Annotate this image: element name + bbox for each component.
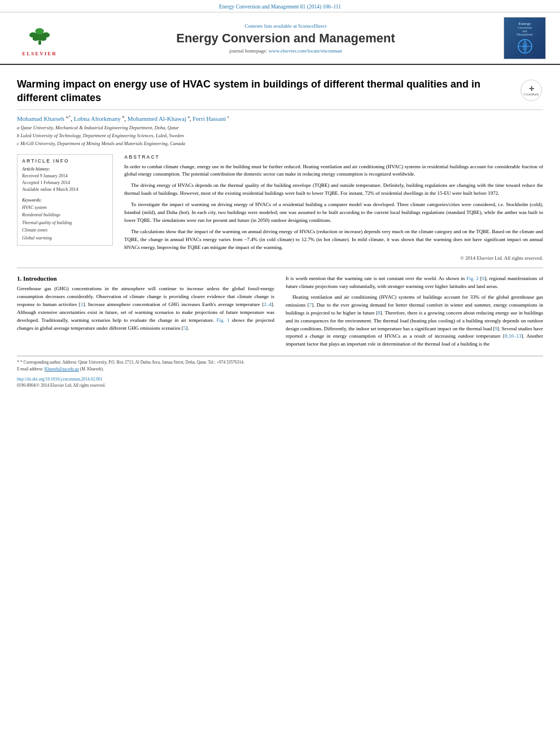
article-meta-columns: ARTICLE INFO Article history: Received 9… xyxy=(17,154,543,261)
email-line: E-mail address: Kharseh@qu.edu.qa (M. Kh… xyxy=(17,366,543,372)
ref-2-4-link[interactable]: 2–4 xyxy=(264,302,272,307)
article-info-box: ARTICLE INFO Article history: Received 9… xyxy=(17,154,113,246)
doi-footer: http://dx.doi.org/10.1016/j.enconman.201… xyxy=(17,376,543,382)
ref-8-10-13-link[interactable]: 8,10–13 xyxy=(505,333,521,339)
keyword-5: Global warming xyxy=(22,234,108,242)
journal-ref-link[interactable]: Energy Conversion and Management 81 (201… xyxy=(219,4,341,10)
received-date: Received 9 January 2014 xyxy=(22,173,108,180)
email-link[interactable]: Kharseh@qu.edu.qa xyxy=(45,366,79,372)
author-altorkmany[interactable]: Lobna Altorkmany xyxy=(74,115,121,121)
keyword-3: Thermal quality of building xyxy=(22,219,108,227)
svg-point-5 xyxy=(32,36,38,41)
elsevier-logo-area: ELSEVIER xyxy=(11,20,68,56)
introduction-section: 1. Introduction Greenhouse gas (GHG) con… xyxy=(17,275,543,351)
keywords-list: HVAC system Residential buildings Therma… xyxy=(22,204,108,242)
article-title-section: Warming impact on energy use of HVAC sys… xyxy=(17,71,543,110)
intro-title: Introduction xyxy=(23,275,57,282)
history-label: Article history: xyxy=(22,167,108,172)
intro-para-1: Greenhouse gas (GHG) concentrations in t… xyxy=(17,285,274,333)
accepted-date: Accepted 1 February 2014 xyxy=(22,180,108,186)
abstract-para-3: To investigate the impact of warming on … xyxy=(124,201,543,225)
section-divider xyxy=(17,268,543,268)
intro-right-text: It is worth mention that the warming rat… xyxy=(286,275,543,348)
affiliation-a: a Qatar University, Mechanical & Industr… xyxy=(17,124,543,132)
article-info-column: ARTICLE INFO Article history: Received 9… xyxy=(17,154,113,261)
svg-rect-0 xyxy=(38,40,41,45)
crossmark-area: ✛ CrossMark xyxy=(520,80,543,101)
abstract-para-2: The driving energy of HVACs depends on t… xyxy=(124,182,543,198)
ref-8-link[interactable]: 8 xyxy=(378,310,380,316)
ref-9-link[interactable]: 9 xyxy=(495,326,497,331)
journal-logo-right: Energy Conversion and Management xyxy=(504,17,549,59)
intro-left-text: Greenhouse gas (GHG) concentrations in t… xyxy=(17,285,274,333)
fig1-link[interactable]: Fig. 1 xyxy=(217,317,230,323)
intro-number: 1. xyxy=(17,275,21,282)
corresponding-author-text: * Corresponding author. Address: Qatar U… xyxy=(20,360,244,365)
copyright-line: © 2014 Elsevier Ltd. All rights reserved… xyxy=(124,255,543,261)
issn-info: 0196-8904/© 2014 Elsevier Ltd. All right… xyxy=(17,382,543,388)
doi-link[interactable]: http://dx.doi.org/10.1016/j.enconman.201… xyxy=(17,377,102,382)
affiliations: a Qatar University, Mechanical & Industr… xyxy=(17,124,543,147)
author-hassani[interactable]: Ferri Hassani xyxy=(193,115,226,121)
page-wrapper: Energy Conversion and Management 81 (201… xyxy=(0,0,560,400)
crossmark-text: CrossMark xyxy=(524,93,539,96)
intro-para-3: Heating ventilation and air conditioning… xyxy=(286,294,543,349)
journal-logo-image: Energy Conversion and Management xyxy=(504,17,546,59)
keyword-1: HVAC system xyxy=(22,204,108,212)
keyword-4: Climate zones xyxy=(22,226,108,234)
available-date: Available online 4 March 2014 xyxy=(22,186,108,193)
ref-5-link[interactable]: 5 xyxy=(183,325,186,331)
contents-link: Contents lists available at ScienceDirec… xyxy=(68,23,504,29)
affiliation-c: c McGill University, Department of Minin… xyxy=(17,140,543,147)
svg-point-4 xyxy=(35,28,43,34)
email-label: E-mail address: xyxy=(17,366,43,372)
elsevier-wordmark: ELSEVIER xyxy=(22,51,57,56)
abstract-section: ABSTRACT In order to combat climate chan… xyxy=(124,154,543,261)
journal-homepage: journal homepage: www.elsevier.com/locat… xyxy=(68,48,504,54)
ref-6-link[interactable]: 6 xyxy=(482,276,485,281)
affiliation-b: b Luleå University of Technology, Depart… xyxy=(17,132,543,139)
journal-logo-icon xyxy=(514,38,536,55)
author-alkhawaj[interactable]: Mohammed Al-Khawaj xyxy=(128,115,186,121)
keywords-label: Keywords: xyxy=(22,198,108,203)
intro-para-2: It is worth mention that the warming rat… xyxy=(286,275,543,291)
authors-line: Mohamad Kharseh a,*, Lobna Altorkmany b,… xyxy=(17,115,543,122)
author-kharseh[interactable]: Mohamad Kharseh xyxy=(17,115,64,121)
homepage-link[interactable]: www.elsevier.com/locate/enconman xyxy=(269,48,342,54)
sciencedirect-link[interactable]: ScienceDirect xyxy=(298,23,326,29)
footnote-section: * * Corresponding author. Address: Qatar… xyxy=(17,356,543,388)
banner-center: Contents lists available at ScienceDirec… xyxy=(68,23,504,54)
elsevier-tree-icon xyxy=(24,24,55,46)
article-info-heading: ARTICLE INFO xyxy=(22,158,108,164)
email-person: (M. Kharseh). xyxy=(80,366,104,372)
fig2-link[interactable]: Fig. 2 xyxy=(466,276,479,281)
crossmark-badge[interactable]: ✛ CrossMark xyxy=(520,80,542,101)
abstract-heading: ABSTRACT xyxy=(124,154,543,160)
journal-title: Energy Conversion and Management xyxy=(68,31,504,46)
elsevier-logo xyxy=(14,20,65,51)
svg-point-6 xyxy=(40,36,46,41)
abstract-text: In order to combat climate change, energ… xyxy=(124,163,543,252)
ref-1-link[interactable]: 1 xyxy=(81,302,84,307)
contents-text: Contents lists available at xyxy=(245,23,297,29)
intro-left-col: 1. Introduction Greenhouse gas (GHG) con… xyxy=(17,275,274,351)
keyword-2: Residential buildings xyxy=(22,211,108,219)
intro-section-title: 1. Introduction xyxy=(17,275,274,282)
abstract-para-1: In order to combat climate change, energ… xyxy=(124,163,543,179)
journal-banner: ELSEVIER Contents lists available at Sci… xyxy=(0,12,560,65)
corresponding-author-note: * * Corresponding author. Address: Qatar… xyxy=(17,359,543,366)
main-content: Warming impact on energy use of HVAC sys… xyxy=(0,65,560,400)
intro-right-col: It is worth mention that the warming rat… xyxy=(286,275,543,351)
journal-header: Energy Conversion and Management 81 (201… xyxy=(0,0,560,12)
abstract-para-4: The calculations show that the impact of… xyxy=(124,228,543,252)
article-title: Warming impact on energy use of HVAC sys… xyxy=(17,77,515,105)
ref-7-link[interactable]: 7 xyxy=(309,302,312,308)
